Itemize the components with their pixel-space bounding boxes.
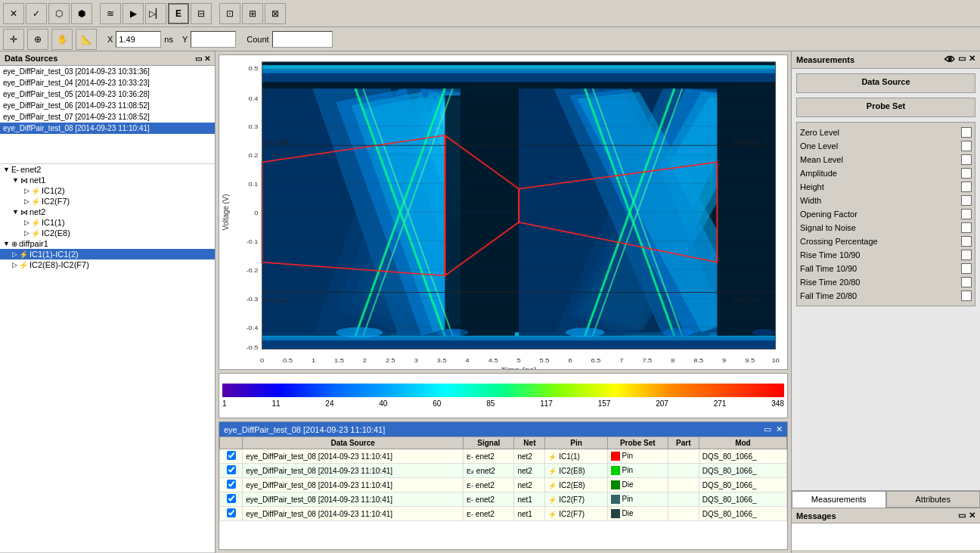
toolbar-btn-grid2[interactable]: ⊞ [242,3,263,24]
table-row[interactable]: eye_DiffPair_test_08 [2014-09-23 11:10:4… [220,449,787,464]
data-source-section: Data Source [796,73,975,93]
tree-item-enet2[interactable]: ▼ E- enet2 [0,164,215,175]
tree-item-ic11[interactable]: ▷ ⚡ IC1(1) [0,217,215,228]
x-coord-input[interactable] [116,31,161,48]
table-row[interactable]: eye_DiffPair_test_08 [2014-09-23 11:10:4… [220,464,787,478]
meas-check-one-level[interactable] [961,141,972,151]
ds-icon-1[interactable]: ▭ [195,54,202,63]
tree-arrow-ic2f7[interactable]: ▷ [24,197,29,205]
row-check-3[interactable] [220,478,243,492]
table-scroll[interactable]: Data Source Signal Net Pin Probe Set Par… [219,436,787,549]
measurements-eye-icon[interactable]: 👁 [944,54,955,66]
svg-text:0.1: 0.1 [249,181,259,188]
tree-arrow-diffpair1[interactable]: ▼ [3,240,10,247]
tree-item-diff-ic2[interactable]: ▷ ⚡ IC2(E8)-IC2(F7) [0,259,215,270]
messages-close-icon[interactable]: ✕ [969,511,975,520]
row-net-4: net1 [514,492,545,507]
toolbar-btn-2[interactable]: ✓ [26,3,47,24]
table-close-icon[interactable]: ✕ [776,424,783,434]
toolbar-cursor[interactable]: ✛ [3,29,24,50]
toolbar-btn-3[interactable]: ⬡ [48,3,70,24]
tree-item-diffpair1[interactable]: ▼ ⊕ diffpair1 [0,238,215,249]
second-toolbar: ✛ ⊕ ✋ 📐 X ns Y Count [0,27,980,51]
tree-item-ic2f7[interactable]: ▷ ⚡ IC2(F7) [0,196,215,207]
toolbar-btn-e2[interactable]: ⊟ [191,3,212,24]
tree-arrow-ic12[interactable]: ▷ [24,187,29,194]
row-check-1[interactable] [220,449,243,464]
x-coord-label: X [107,35,113,44]
svg-text:1.5: 1.5 [334,357,344,364]
tree-arrow-diff-ic2[interactable]: ▷ [12,261,17,269]
toolbar-btn-1[interactable]: ✕ [3,3,24,24]
meas-check-rise-1090[interactable] [961,250,972,260]
meas-check-rise-2080[interactable] [961,277,972,287]
tab-measurements[interactable]: Measurements [792,491,886,508]
svg-text:0.5: 0.5 [283,357,293,364]
row-pin-3: ⚡ IC2(E8) [545,478,607,492]
count-input[interactable] [272,31,333,48]
row-check-4[interactable] [220,492,243,507]
table-row[interactable]: eye_DiffPair_test_08 [2014-09-23 11:10:4… [220,492,787,507]
toolbar-btn-grid1[interactable]: ⊡ [219,3,240,24]
toolbar-btn-grid3[interactable]: ⊠ [265,3,286,24]
toolbar-btn-4[interactable]: ⬢ [71,3,92,24]
row-check-2[interactable] [220,464,243,478]
meas-row-crossing-pct: Crossing Percentage [800,235,972,248]
row-check-5[interactable] [220,507,243,521]
ds-item-4[interactable]: eye_DiffPair_test_07 [2014-09-23 11:08:5… [0,111,215,123]
cbar-label-3: 40 [379,399,387,408]
tree-item-diff-ic1[interactable]: ▷ ⚡ IC1(1)-IC1(2) [0,249,215,259]
tree-arrow-ic2e8[interactable]: ▷ [24,229,29,237]
svg-text:8.5: 8.5 [693,357,703,364]
svg-text:7: 7 [619,357,623,364]
meas-check-fall-2080[interactable] [961,290,972,301]
toolbar-measure[interactable]: 📐 [76,29,97,50]
meas-check-zero-level[interactable] [961,127,972,138]
measurements-close-icon[interactable]: ✕ [969,54,975,66]
meas-check-fall-1090[interactable] [961,263,972,274]
tree-arrow-net1[interactable]: ▼ [12,176,19,184]
ds-item-1[interactable]: eye_DiffPair_test_04 [2014-09-23 10:33:2… [0,77,215,89]
data-source-label: Data Source [800,77,972,86]
meas-check-signal-noise[interactable] [961,222,972,233]
measurements-restore-icon[interactable]: ▭ [958,54,966,66]
tree-item-ic12[interactable]: ▷ ⚡ IC1(2) [0,185,215,196]
toolbar-pan[interactable]: ✋ [51,29,73,50]
row-source-5: eye_DiffPair_test_08 [2014-09-23 11:10:4… [243,507,464,521]
tree-item-net1[interactable]: ▼ ⋈ net1 [0,175,215,185]
meas-check-height[interactable] [961,182,972,192]
tree-arrow-net2[interactable]: ▼ [12,208,19,216]
tree-item-net2[interactable]: ▼ ⋈ net2 [0,207,215,217]
meas-check-amplitude[interactable] [961,168,972,179]
meas-check-mean-level[interactable] [961,154,972,165]
ds-item-3[interactable]: eye_DiffPair_test_06 [2014-09-23 11:08:5… [0,100,215,111]
table-row[interactable]: eye_DiffPair_test_08 [2014-09-23 11:10:4… [220,478,787,492]
toolbar-btn-e[interactable]: E [168,3,189,24]
toolbar-btn-play[interactable]: ▶ [122,3,144,24]
table-row[interactable]: eye_DiffPair_test_08 [2014-09-23 11:10:4… [220,507,787,521]
tree-icon-enet2: E- [11,166,19,174]
tree-arrow-ic11[interactable]: ▷ [24,219,29,226]
tree-arrow-diff-ic1[interactable]: ▷ [12,250,17,258]
tree-label-ic11: IC1(1) [42,218,65,227]
y-coord-input[interactable] [191,31,236,48]
ds-item-5[interactable]: eye_DiffPair_test_08 [2014-09-23 11:10:4… [0,123,215,134]
tree-item-ic2e8[interactable]: ▷ ⚡ IC2(E8) [0,228,215,238]
meas-check-crossing-pct[interactable] [961,236,972,247]
tree-arrow-enet2[interactable]: ▼ [3,166,10,173]
meas-label-fall-2080: Fall Time 20/80 [800,291,857,300]
table-restore-icon[interactable]: ▭ [764,424,771,434]
toolbar-btn-step[interactable]: ▷▏ [145,3,166,24]
tree-label-ic12: IC1(2) [42,186,65,195]
ds-item-2[interactable]: eye_DiffPair_test_05 [2014-09-23 10:36:2… [0,89,215,100]
tab-attributes[interactable]: Attributes [886,491,981,508]
meas-check-width[interactable] [961,195,972,206]
ds-close-icon[interactable]: ✕ [204,54,210,63]
ds-item-0[interactable]: eye_DiffPair_test_03 [2014-09-23 10:31:3… [0,66,215,77]
meas-check-opening-factor[interactable] [961,209,972,219]
messages-restore-icon[interactable]: ▭ [958,511,966,520]
row-net-2: net2 [514,464,545,478]
toolbar-zoom[interactable]: ⊕ [27,29,48,50]
svg-text:5.5: 5.5 [540,357,550,364]
toolbar-btn-5[interactable]: ≋ [100,3,121,24]
